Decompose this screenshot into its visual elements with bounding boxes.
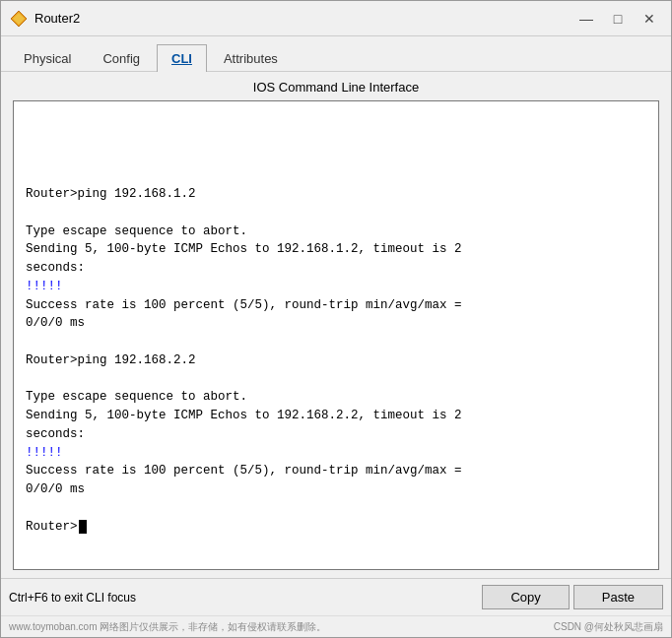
titlebar: Router2 — □ ✕ <box>1 1 671 36</box>
terminal-wrapper: Router>ping 192.168.1.2 Type escape sequ… <box>13 100 659 570</box>
terminal-output[interactable]: Router>ping 192.168.1.2 Type escape sequ… <box>14 101 658 569</box>
terminal-line: Sending 5, 100-byte ICMP Echos to 192.16… <box>26 240 646 259</box>
window-title: Router2 <box>34 11 572 26</box>
terminal-line: !!!!! <box>26 444 646 463</box>
tab-cli[interactable]: CLI <box>157 44 207 72</box>
action-buttons: Copy Paste <box>482 585 663 609</box>
maximize-button[interactable]: □ <box>604 8 632 30</box>
window-controls: — □ ✕ <box>572 8 663 30</box>
terminal-line: Success rate is 100 percent (5/5), round… <box>26 296 646 315</box>
terminal-line: Router>ping 192.168.2.2 <box>26 351 646 370</box>
paste-button[interactable]: Paste <box>573 585 663 609</box>
terminal-line <box>26 333 646 351</box>
terminal-line: Type escape sequence to abort. <box>26 223 646 241</box>
section-title: IOS Command Line Interface <box>13 72 659 100</box>
terminal-line <box>26 499 646 518</box>
statusbar: Ctrl+F6 to exit CLI focus Copy Paste <box>1 578 671 615</box>
terminal-line: Type escape sequence to abort. <box>26 388 646 407</box>
terminal-line: 0/0/0 ms <box>26 314 646 333</box>
terminal-line <box>26 166 646 185</box>
close-button[interactable]: ✕ <box>636 8 663 30</box>
minimize-button[interactable]: — <box>572 8 600 30</box>
terminal-line: seconds: <box>26 425 646 444</box>
terminal-line: Router> <box>26 518 646 537</box>
footer: www.toymoban.com 网络图片仅供展示，非存储，如有侵权请联系删除。… <box>1 615 671 637</box>
footer-right: CSDN @何处秋风悲画扇 <box>554 620 663 634</box>
terminal-line: Success rate is 100 percent (5/5), round… <box>26 462 646 480</box>
tab-attributes[interactable]: Attributes <box>209 44 293 72</box>
cli-hint: Ctrl+F6 to exit CLI focus <box>9 591 482 605</box>
terminal-line <box>26 111 646 130</box>
terminal-line <box>26 130 646 149</box>
app-icon <box>9 9 29 29</box>
tab-config[interactable]: Config <box>88 44 155 72</box>
footer-left: www.toymoban.com 网络图片仅供展示，非存储，如有侵权请联系删除。 <box>9 620 326 634</box>
tab-bar: Physical Config CLI Attributes <box>1 36 671 72</box>
terminal-line: Sending 5, 100-byte ICMP Echos to 192.16… <box>26 407 646 425</box>
terminal-line <box>26 149 646 167</box>
tab-physical[interactable]: Physical <box>9 44 86 72</box>
terminal-line: seconds: <box>26 259 646 278</box>
terminal-line <box>26 370 646 389</box>
main-content: IOS Command Line Interface Router>ping 1… <box>1 72 671 578</box>
terminal-line <box>26 204 646 223</box>
copy-button[interactable]: Copy <box>482 585 569 609</box>
terminal-line: !!!!! <box>26 278 646 296</box>
terminal-line: 0/0/0 ms <box>26 480 646 499</box>
terminal-line: Router>ping 192.168.1.2 <box>26 185 646 204</box>
